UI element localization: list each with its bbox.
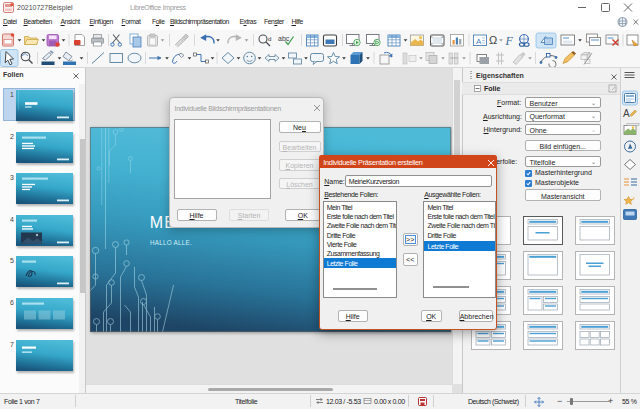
svg-text:d: d [268, 36, 271, 42]
svg-text:A: A [623, 108, 630, 119]
svg-text:F: F [505, 34, 514, 48]
svg-text:abc: abc [278, 35, 290, 42]
svg-text:HALLO ALLE.: HALLO ALLE. [150, 238, 192, 245]
svg-text:Ω: Ω [489, 34, 497, 46]
svg-text:A: A [476, 37, 482, 46]
